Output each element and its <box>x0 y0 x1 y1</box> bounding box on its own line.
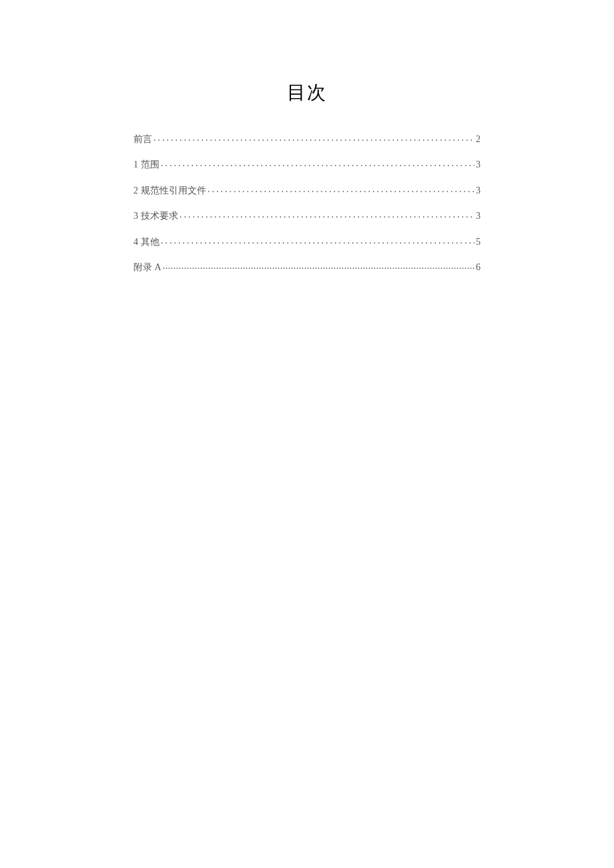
toc-leader-dots <box>180 207 475 222</box>
toc-entry-text: 规范性引用文件 <box>141 185 206 195</box>
toc-entry-label: 2规范性引用文件 <box>133 183 206 198</box>
toc-entry-number: 1 <box>133 159 138 169</box>
toc-entry-number: 4 <box>133 237 138 247</box>
toc-leader-dots <box>163 259 475 274</box>
toc-leader-dots <box>161 234 475 248</box>
toc-entry-page: 5 <box>476 235 481 250</box>
toc-entry-text: 技术要求 <box>141 211 178 221</box>
toc-entry-page: 6 <box>476 260 481 275</box>
table-of-contents: 前言21范围32规范性引用文件33技术要求34其他5附录 A6 <box>57 132 557 275</box>
toc-leader-dots <box>161 156 475 171</box>
toc-entry-text: 附录 A <box>133 262 162 272</box>
toc-entry: 附录 A6 <box>133 260 481 275</box>
toc-entry: 1范围3 <box>133 157 481 172</box>
page-title: 目次 <box>57 80 557 105</box>
toc-entry: 3技术要求3 <box>133 209 481 224</box>
toc-entry-label: 4其他 <box>133 235 160 250</box>
toc-entry: 4其他5 <box>133 235 481 250</box>
toc-entry-page: 3 <box>476 157 481 172</box>
toc-entry: 2规范性引用文件3 <box>133 183 481 198</box>
toc-entry-text: 其他 <box>141 237 160 247</box>
toc-leader-dots <box>208 182 475 197</box>
toc-entry-label: 3技术要求 <box>133 209 178 224</box>
toc-entry-number: 2 <box>133 185 138 195</box>
toc-entry: 前言2 <box>133 132 481 147</box>
toc-entry-label: 附录 A <box>133 260 162 275</box>
toc-entry-number: 3 <box>133 211 138 221</box>
toc-entry-page: 2 <box>476 132 481 147</box>
toc-entry-text: 前言 <box>133 134 152 144</box>
toc-entry-page: 3 <box>476 209 481 224</box>
toc-entry-page: 3 <box>476 183 481 198</box>
toc-entry-text: 范围 <box>141 159 160 169</box>
toc-entry-label: 前言 <box>133 132 152 147</box>
toc-entry-label: 1范围 <box>133 157 160 172</box>
toc-leader-dots <box>154 131 475 145</box>
